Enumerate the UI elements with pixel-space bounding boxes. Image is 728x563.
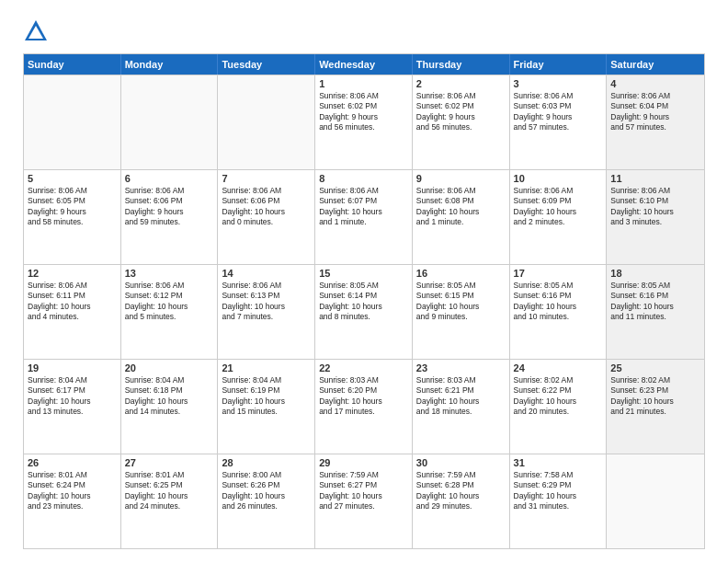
- cell-info: Sunrise: 7:59 AM Sunset: 6:27 PM Dayligh…: [319, 470, 408, 512]
- calendar-row-1: 1Sunrise: 8:06 AM Sunset: 6:02 PM Daylig…: [24, 75, 704, 169]
- cell-info: Sunrise: 8:04 AM Sunset: 6:19 PM Dayligh…: [222, 375, 311, 418]
- header-day-saturday: Saturday: [607, 54, 704, 75]
- day-number: 24: [514, 362, 603, 373]
- calendar-cell: 20Sunrise: 8:04 AM Sunset: 6:18 PM Dayli…: [121, 360, 219, 454]
- day-number: 31: [514, 457, 603, 468]
- cell-info: Sunrise: 8:06 AM Sunset: 6:06 PM Dayligh…: [222, 186, 311, 228]
- cell-info: Sunrise: 8:06 AM Sunset: 6:12 PM Dayligh…: [125, 281, 214, 323]
- cell-info: Sunrise: 8:06 AM Sunset: 6:10 PM Dayligh…: [610, 186, 700, 228]
- cell-info: Sunrise: 8:06 AM Sunset: 6:02 PM Dayligh…: [416, 91, 506, 133]
- calendar-cell: 13Sunrise: 8:06 AM Sunset: 6:12 PM Dayli…: [121, 265, 219, 359]
- cell-info: Sunrise: 8:03 AM Sunset: 6:21 PM Dayligh…: [416, 375, 506, 418]
- calendar-cell: 2Sunrise: 8:06 AM Sunset: 6:02 PM Daylig…: [413, 75, 510, 169]
- day-number: 17: [514, 268, 603, 279]
- day-number: 10: [514, 173, 603, 184]
- header-day-sunday: Sunday: [24, 54, 121, 75]
- cell-info: Sunrise: 8:05 AM Sunset: 6:16 PM Dayligh…: [514, 281, 603, 323]
- day-number: 22: [319, 362, 408, 373]
- calendar-cell: 9Sunrise: 8:06 AM Sunset: 6:08 PM Daylig…: [413, 170, 510, 264]
- day-number: 14: [222, 268, 311, 279]
- cell-info: Sunrise: 8:06 AM Sunset: 6:13 PM Dayligh…: [222, 281, 311, 323]
- cell-info: Sunrise: 8:06 AM Sunset: 6:05 PM Dayligh…: [28, 186, 117, 228]
- header-day-monday: Monday: [121, 54, 219, 75]
- cell-info: Sunrise: 8:06 AM Sunset: 6:11 PM Dayligh…: [28, 281, 117, 323]
- cell-info: Sunrise: 8:05 AM Sunset: 6:14 PM Dayligh…: [319, 281, 408, 323]
- day-number: 30: [416, 457, 506, 468]
- cell-info: Sunrise: 8:04 AM Sunset: 6:17 PM Dayligh…: [28, 375, 117, 418]
- cell-info: Sunrise: 8:05 AM Sunset: 6:15 PM Dayligh…: [416, 281, 506, 323]
- calendar-cell: 22Sunrise: 8:03 AM Sunset: 6:20 PM Dayli…: [315, 360, 413, 454]
- calendar-cell: 16Sunrise: 8:05 AM Sunset: 6:15 PM Dayli…: [413, 265, 510, 359]
- calendar-cell: 17Sunrise: 8:05 AM Sunset: 6:16 PM Dayli…: [510, 265, 608, 359]
- logo-icon: [23, 18, 49, 44]
- calendar: SundayMondayTuesdayWednesdayThursdayFrid…: [23, 53, 705, 549]
- calendar-cell: 19Sunrise: 8:04 AM Sunset: 6:17 PM Dayli…: [24, 360, 121, 454]
- calendar-cell: [24, 75, 121, 169]
- cell-info: Sunrise: 8:04 AM Sunset: 6:18 PM Dayligh…: [125, 375, 214, 418]
- calendar-cell: 24Sunrise: 8:02 AM Sunset: 6:22 PM Dayli…: [510, 360, 608, 454]
- day-number: 20: [125, 362, 214, 373]
- cell-info: Sunrise: 8:06 AM Sunset: 6:04 PM Dayligh…: [610, 91, 700, 133]
- calendar-cell: 29Sunrise: 7:59 AM Sunset: 6:27 PM Dayli…: [315, 454, 413, 548]
- calendar-row-4: 19Sunrise: 8:04 AM Sunset: 6:17 PM Dayli…: [24, 359, 704, 454]
- day-number: 12: [28, 268, 117, 279]
- calendar-cell: 23Sunrise: 8:03 AM Sunset: 6:21 PM Dayli…: [413, 360, 510, 454]
- header-day-friday: Friday: [510, 54, 608, 75]
- calendar-cell: 21Sunrise: 8:04 AM Sunset: 6:19 PM Dayli…: [218, 360, 315, 454]
- calendar-cell: 15Sunrise: 8:05 AM Sunset: 6:14 PM Dayli…: [315, 265, 413, 359]
- cell-info: Sunrise: 8:03 AM Sunset: 6:20 PM Dayligh…: [319, 375, 408, 418]
- day-number: 28: [222, 457, 311, 468]
- day-number: 21: [222, 362, 311, 373]
- calendar-cell: 31Sunrise: 7:58 AM Sunset: 6:29 PM Dayli…: [510, 454, 608, 548]
- day-number: 26: [28, 457, 117, 468]
- calendar-cell: 6Sunrise: 8:06 AM Sunset: 6:06 PM Daylig…: [121, 170, 219, 264]
- calendar-cell: 12Sunrise: 8:06 AM Sunset: 6:11 PM Dayli…: [24, 265, 121, 359]
- calendar-cell: 5Sunrise: 8:06 AM Sunset: 6:05 PM Daylig…: [24, 170, 121, 264]
- day-number: 9: [416, 173, 506, 184]
- logo: [23, 18, 52, 44]
- calendar-cell: 10Sunrise: 8:06 AM Sunset: 6:09 PM Dayli…: [510, 170, 608, 264]
- day-number: 3: [514, 78, 603, 89]
- calendar-cell: 1Sunrise: 8:06 AM Sunset: 6:02 PM Daylig…: [315, 75, 413, 169]
- day-number: 25: [610, 362, 700, 373]
- calendar-header: SundayMondayTuesdayWednesdayThursdayFrid…: [24, 54, 704, 75]
- day-number: 4: [610, 78, 700, 89]
- calendar-cell: 8Sunrise: 8:06 AM Sunset: 6:07 PM Daylig…: [315, 170, 413, 264]
- calendar-cell: 27Sunrise: 8:01 AM Sunset: 6:25 PM Dayli…: [121, 454, 219, 548]
- day-number: 11: [610, 173, 700, 184]
- calendar-cell: 3Sunrise: 8:06 AM Sunset: 6:03 PM Daylig…: [510, 75, 608, 169]
- cell-info: Sunrise: 7:58 AM Sunset: 6:29 PM Dayligh…: [514, 470, 603, 512]
- day-number: 6: [125, 173, 214, 184]
- day-number: 16: [416, 268, 506, 279]
- cell-info: Sunrise: 8:01 AM Sunset: 6:25 PM Dayligh…: [125, 470, 214, 512]
- day-number: 27: [125, 457, 214, 468]
- calendar-cell: [607, 454, 704, 548]
- calendar-cell: 7Sunrise: 8:06 AM Sunset: 6:06 PM Daylig…: [218, 170, 315, 264]
- cell-info: Sunrise: 8:01 AM Sunset: 6:24 PM Dayligh…: [28, 470, 117, 512]
- calendar-cell: [121, 75, 219, 169]
- calendar-cell: 30Sunrise: 7:59 AM Sunset: 6:28 PM Dayli…: [413, 454, 510, 548]
- cell-info: Sunrise: 8:06 AM Sunset: 6:02 PM Dayligh…: [319, 91, 408, 133]
- header: [23, 18, 705, 44]
- calendar-row-2: 5Sunrise: 8:06 AM Sunset: 6:05 PM Daylig…: [24, 169, 704, 264]
- day-number: 7: [222, 173, 311, 184]
- cell-info: Sunrise: 8:00 AM Sunset: 6:26 PM Dayligh…: [222, 470, 311, 512]
- cell-info: Sunrise: 8:06 AM Sunset: 6:08 PM Dayligh…: [416, 186, 506, 228]
- cell-info: Sunrise: 8:05 AM Sunset: 6:16 PM Dayligh…: [610, 281, 700, 323]
- day-number: 18: [610, 268, 700, 279]
- day-number: 5: [28, 173, 117, 184]
- day-number: 1: [319, 78, 408, 89]
- page: SundayMondayTuesdayWednesdayThursdayFrid…: [0, 0, 728, 563]
- calendar-cell: 11Sunrise: 8:06 AM Sunset: 6:10 PM Dayli…: [607, 170, 704, 264]
- calendar-row-3: 12Sunrise: 8:06 AM Sunset: 6:11 PM Dayli…: [24, 264, 704, 359]
- cell-info: Sunrise: 8:02 AM Sunset: 6:23 PM Dayligh…: [610, 375, 700, 418]
- calendar-cell: [218, 75, 315, 169]
- calendar-cell: 4Sunrise: 8:06 AM Sunset: 6:04 PM Daylig…: [607, 75, 704, 169]
- calendar-body: 1Sunrise: 8:06 AM Sunset: 6:02 PM Daylig…: [24, 75, 704, 548]
- cell-info: Sunrise: 8:06 AM Sunset: 6:07 PM Dayligh…: [319, 186, 408, 228]
- day-number: 29: [319, 457, 408, 468]
- cell-info: Sunrise: 8:06 AM Sunset: 6:09 PM Dayligh…: [514, 186, 603, 228]
- header-day-thursday: Thursday: [413, 54, 510, 75]
- cell-info: Sunrise: 8:06 AM Sunset: 6:06 PM Dayligh…: [125, 186, 214, 228]
- day-number: 13: [125, 268, 214, 279]
